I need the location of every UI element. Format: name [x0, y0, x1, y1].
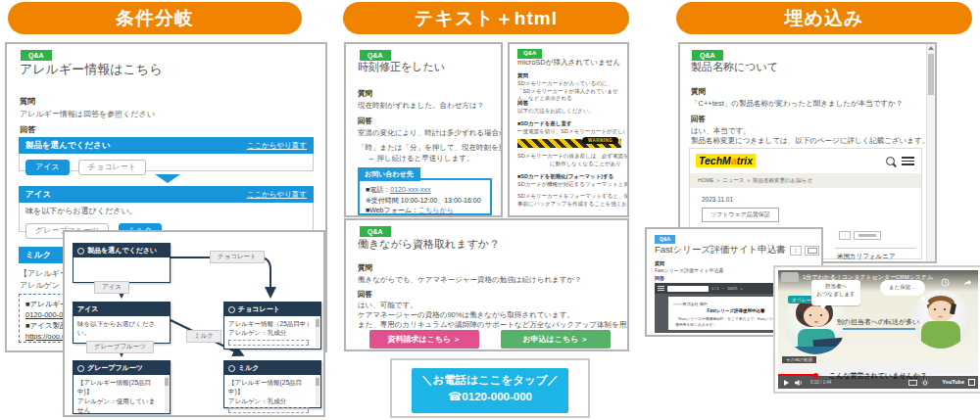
search-icon[interactable]: [886, 157, 895, 165]
step-panel-2: 味を以下からお選びください。 グレープフルーツ ミルク: [19, 203, 314, 232]
share-button[interactable]: ⤴: [839, 231, 851, 240]
feature-overview-page: 条件分岐 テキスト＋html 埋め込み Q&A アレルギー情報はこちら 質問 ア…: [0, 0, 980, 420]
step-bar-title: アイス: [25, 189, 51, 201]
choice-button-chocolate[interactable]: チョコレート: [78, 160, 146, 175]
desk: [784, 347, 847, 354]
flow-node-milk[interactable]: ミルク 【アレルギー情報(25品目中)】 アレルゲン：乳成分: [223, 360, 321, 408]
clock-faq-card: Q&A 時刻修正をしたい 質問 現在時刻がずれました。合わせ方は？ 回答 室温の…: [344, 42, 503, 217]
step-bar-title: ミルク: [25, 250, 51, 261]
article-partial-text: 米国カリフォルニア: [837, 253, 896, 261]
video-headline: 別の担当者への転送が多い: [778, 317, 978, 327]
bubble-tail: [819, 304, 827, 309]
print-button[interactable]: [854, 231, 881, 240]
fullscreen-icon[interactable]: [968, 379, 975, 386]
play-icon[interactable]: [784, 380, 789, 386]
feature-pill-branching: 条件分岐: [8, 2, 302, 34]
breadcrumb[interactable]: HOME ＞ ニュース ＞ 製品名称変更のお知らせ: [698, 177, 812, 184]
section-body: SDカードが機種が対応するフォーマットと異なっている可能性: [517, 181, 629, 188]
answer-line: 室温の変化により、時計は多少ずれる場合があります: [358, 128, 503, 138]
youtube-logo[interactable]: YouTube: [942, 379, 964, 385]
pill-label: 条件分岐: [116, 6, 194, 31]
node-body-text: アレルギー情報（25品目中）: [228, 319, 313, 328]
webform-link[interactable]: こちらから: [418, 207, 454, 213]
flow-node-ice[interactable]: アイス 味を以下からお選びください。: [73, 302, 171, 344]
volume-icon[interactable]: [795, 379, 804, 387]
techmatrix-logo[interactable]: TechMatrix: [696, 154, 756, 167]
sdcard-faq-card: Q&A microSDが挿入されていません 質問 SDメモリーカードが入っている…: [508, 42, 629, 217]
flow-node-root[interactable]: 製品を選んでください: [73, 243, 171, 283]
node-title: アイス: [77, 304, 99, 314]
scrollbar-thumb[interactable]: [928, 54, 934, 95]
question-text: 働きながらでも、ケアマネージャー資格の勉強は続けられますか？: [358, 275, 582, 285]
pdf-search-input[interactable]: [667, 286, 709, 292]
headline-underline: [843, 328, 915, 330]
flow-node-grapefruit[interactable]: グレープフルーツ 【アレルギー情報(25品目中)】 アレルゲン：使用していません: [73, 360, 171, 414]
node-scrollbar[interactable]: [316, 317, 319, 348]
phone-tap-button[interactable]: ＼お電話はここをタップ／ ☎0120-000-000: [412, 368, 568, 413]
faq-title: 時刻修正をしたい: [358, 60, 445, 74]
redo-link[interactable]: ここからやり直す: [247, 190, 307, 200]
node-icon: [77, 365, 84, 372]
card-scrollbar[interactable]: [926, 44, 935, 261]
answer-label: 回答: [358, 117, 372, 126]
open-in-new-button[interactable]: ⤴: [790, 246, 802, 256]
print-button[interactable]: [805, 246, 819, 256]
step-bar-title: 製品を選んでください: [25, 140, 110, 152]
youtube-player[interactable]: オペレーターA 担当者へ おつなぎします また保留… 別の担当者への転送が多い: [778, 270, 978, 389]
section-body: 事前にバックアップを作成することを強くおすすめします。: [517, 201, 629, 208]
share-button[interactable]: 共有: [963, 273, 972, 296]
progress-played[interactable]: [778, 374, 815, 376]
captions-icon[interactable]: [908, 380, 917, 386]
node-title: グレープフルーツ: [87, 363, 143, 373]
category-tag-button[interactable]: ソフトウェア品質保証: [702, 208, 779, 222]
faq-title: microSDが挿入されていません: [517, 58, 620, 68]
qa-badge: Q&A: [655, 235, 675, 244]
node-scrollbar[interactable]: [316, 376, 319, 406]
answer-line: はい、本当です。: [691, 126, 751, 136]
more-videos-badge[interactable]: その他の動画: [782, 356, 816, 363]
feature-pill-text-html: テキスト＋html: [343, 2, 629, 34]
tel-link[interactable]: 0120-xxx-xxx: [390, 186, 430, 193]
node-title: 製品を選んでください: [87, 246, 157, 256]
answer-line: 「時」または「分」を押して、現在時刻を変更する: [358, 143, 503, 153]
faq-title: 働きながら資格取れますか？: [358, 237, 500, 252]
answer-line: 以下の方法をお試しください。: [517, 108, 594, 115]
edge-label-chocolate: チョコレート: [210, 251, 265, 263]
flow-node-chocolate[interactable]: チョコレート アレルギー情報（25品目中） アレルゲン：乳成分: [223, 302, 321, 350]
career-faq-card: Q&A 働きながら資格取れますか？ 質問 働きながらでも、ケアマネージャー資格の…: [344, 218, 629, 351]
apply-button[interactable]: お申込はこちら ＞: [501, 330, 611, 349]
channel-logo[interactable]: [781, 272, 799, 282]
request-materials-button[interactable]: 資料請求はこちら ＞: [369, 330, 479, 349]
node-title: チョコレート: [238, 304, 280, 314]
time-display: 0:10 / 1:44: [810, 380, 831, 385]
node-body-text: 味を以下からお選びください。: [77, 320, 155, 336]
step-panel-1: アイス チョコレート: [19, 154, 314, 171]
node-body-text: 【アレルギー情報(25品目中)】: [77, 378, 162, 397]
warning-line: に動作しなくなることがあり: [517, 161, 621, 167]
pdf-zoom-out[interactable]: −: [722, 286, 724, 291]
node-body-text: アレルゲン：乳成分: [228, 328, 313, 337]
question-text: 現在時刻がずれました。合わせ方は？: [358, 101, 484, 111]
phone-icon: [950, 303, 956, 315]
settings-gear-icon[interactable]: [921, 379, 929, 387]
thought-bubble: また保留…: [880, 280, 925, 296]
watch-later-button[interactable]: 後で見る: [939, 273, 953, 296]
node-title: ミルク: [238, 363, 260, 373]
node-scrollbar[interactable]: [165, 376, 169, 412]
question-label: 質問: [655, 260, 664, 266]
choice-button-ice[interactable]: アイス: [25, 160, 70, 175]
divider: [835, 248, 915, 249]
warning-line: SDメモリーカードの抜き差しは、必ず電源を切ってから行っ: [517, 153, 629, 160]
section-title: ■SDカードを差し直す: [517, 120, 572, 127]
pdf-page-indicator: 1 / 1: [711, 286, 719, 291]
menu-icon[interactable]: [902, 157, 914, 165]
answer-line: ケアマネージャーの資格の90%は働きながら取得されています。: [358, 310, 574, 320]
phone-tap-label: ＼お電話はここをタップ／: [412, 372, 568, 389]
progress-handle[interactable]: [813, 373, 818, 378]
question-text: Fastシリーズ評価サイト申込書: [655, 267, 723, 273]
pdf-zoom-in[interactable]: +: [740, 286, 742, 291]
redo-link[interactable]: ここからやり直す: [247, 141, 307, 151]
question-label: 質問: [358, 89, 372, 99]
qa-badge: Q&A: [21, 50, 52, 61]
pdf-menu-icon[interactable]: [658, 286, 664, 291]
